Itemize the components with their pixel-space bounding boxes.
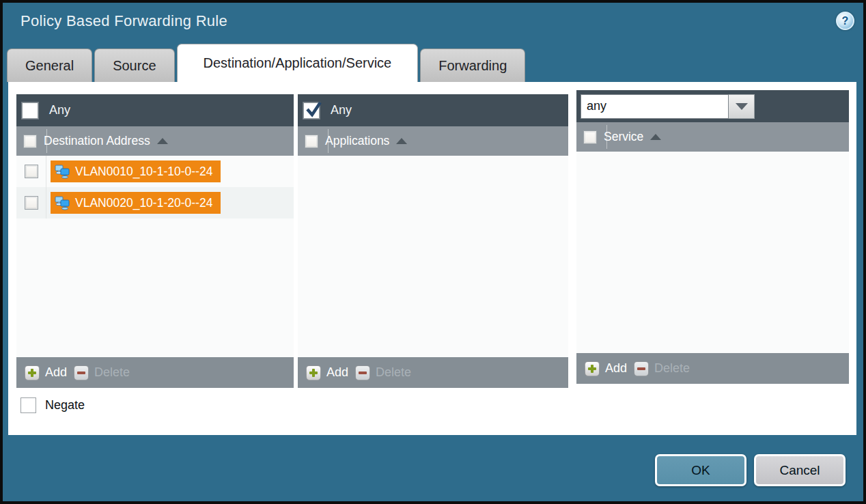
service-mode-value[interactable]: any [581,94,729,119]
delete-label: Delete [376,365,411,380]
dialog-title: Policy Based Forwarding Rule [20,12,227,30]
policy-based-forwarding-dialog: Policy Based Forwarding Rule ? General S… [0,0,866,504]
applications-any-label: Any [331,103,352,117]
add-label: Add [605,361,627,376]
negate-label: Negate [45,398,85,412]
add-button[interactable]: Add [306,365,348,380]
add-label: Add [45,365,67,380]
destination-any-label: Any [49,103,70,117]
address-object-label: VLAN0010_10-1-10-0--24 [75,165,212,179]
chevron-down-icon [736,103,748,110]
help-glyph: ? [842,15,849,27]
delete-label: Delete [94,365,130,380]
applications-select-all-checkbox[interactable] [305,135,318,148]
delete-icon [634,361,649,376]
delete-icon [355,365,370,380]
applications-list [298,156,568,357]
tab-general[interactable]: General [7,48,92,82]
tab-forwarding[interactable]: Forwarding [420,48,525,82]
add-button[interactable]: Add [585,361,627,376]
destination-toolbar: Add Delete [16,357,294,388]
tab-bar: General Source Destination/Application/S… [7,44,525,82]
applications-header-label: Applications [325,134,389,148]
service-mode-header: any [576,90,849,122]
sort-asc-icon [396,138,407,144]
negate-checkbox[interactable] [20,397,36,413]
applications-column-header[interactable]: Applications [298,126,568,156]
negate-option: Negate [20,397,85,413]
dropdown-button[interactable] [729,94,755,119]
destination-column-header[interactable]: Destination Address [16,126,294,156]
tab-content-panel: Any Destination Address [8,82,856,435]
applications-column: Any Applications Add Delete [298,94,568,388]
table-row[interactable]: VLAN0020_10-1-20-0--24 [16,187,294,219]
address-object-label: VLAN0020_10-1-20-0--24 [75,196,212,210]
destination-any-checkbox[interactable] [22,102,38,119]
service-list [576,152,849,353]
destination-list: VLAN0010_10-1-10-0--24 [16,156,294,357]
applications-toolbar: Add Delete [298,357,568,388]
add-icon [585,361,600,376]
service-column-header[interactable]: Service [576,122,849,152]
header-separator [328,129,329,153]
add-icon [306,365,321,380]
checkmark-icon [303,98,324,119]
delete-button[interactable]: Delete [74,365,130,380]
applications-any-checkbox[interactable] [303,102,320,119]
service-column: any Service Add D [576,90,849,384]
destination-address-column: Any Destination Address [16,94,294,388]
network-address-icon [55,195,70,210]
header-separator [606,125,607,149]
delete-button[interactable]: Delete [634,361,690,376]
cancel-button[interactable]: Cancel [754,454,846,486]
destination-any-header: Any [16,94,294,126]
applications-any-header: Any [298,94,568,126]
network-address-icon [55,164,70,179]
destination-header-label: Destination Address [44,134,150,148]
help-icon[interactable]: ? [836,12,854,30]
row-checkbox[interactable] [25,196,38,210]
destination-select-all-checkbox[interactable] [23,135,37,148]
address-object-chip[interactable]: VLAN0020_10-1-20-0--24 [51,192,221,214]
row-checkbox[interactable] [25,165,38,178]
service-select-all-checkbox[interactable] [583,130,597,144]
tab-destination-application-service[interactable]: Destination/Application/Service [177,44,419,82]
table-row[interactable]: VLAN0010_10-1-10-0--24 [16,156,294,187]
header-separator [46,129,47,153]
add-label: Add [326,365,348,380]
address-object-chip[interactable]: VLAN0010_10-1-10-0--24 [51,160,221,182]
delete-label: Delete [654,361,690,376]
service-header-label: Service [604,130,643,144]
sort-asc-icon [650,134,661,140]
service-mode-dropdown[interactable]: any [581,94,755,119]
tab-source[interactable]: Source [94,48,174,82]
add-icon [25,365,40,380]
delete-icon [74,365,89,380]
delete-button[interactable]: Delete [355,365,411,380]
add-button[interactable]: Add [25,365,67,380]
service-toolbar: Add Delete [576,353,849,384]
ok-button[interactable]: OK [655,454,746,486]
sort-asc-icon [157,138,168,144]
